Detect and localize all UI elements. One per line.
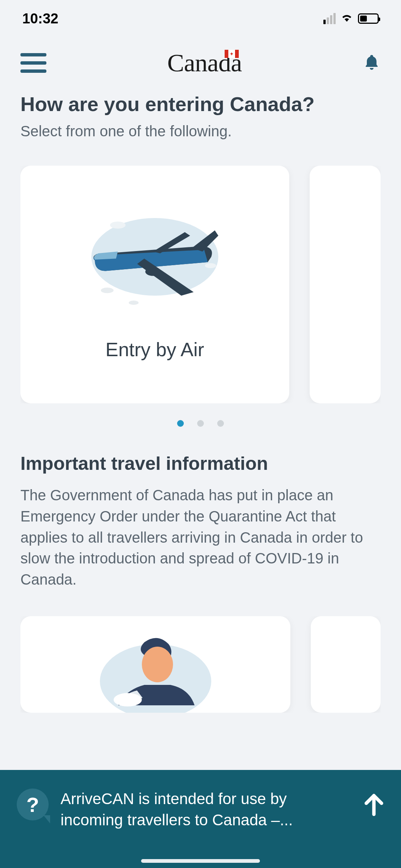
svg-point-4 xyxy=(129,300,139,305)
svg-point-5 xyxy=(145,267,161,276)
bottom-banner: ? ArriveCAN is intended for use by incom… xyxy=(0,770,401,868)
pagination-dot[interactable] xyxy=(197,420,204,427)
main-content: How are you entering Canada? Select from… xyxy=(0,92,401,713)
info-card[interactable] xyxy=(20,616,290,713)
svg-point-8 xyxy=(114,693,142,706)
wifi-icon xyxy=(340,11,353,26)
bottom-banner-text: ArriveCAN is intended for use by incomin… xyxy=(61,789,352,830)
entry-carousel[interactable]: Entry by Air xyxy=(20,166,381,403)
menu-button[interactable] xyxy=(20,53,46,73)
canada-flag-icon: ✦ xyxy=(225,50,239,58)
svg-point-1 xyxy=(110,222,125,229)
question-heading: How are you entering Canada? xyxy=(20,92,381,116)
status-icons xyxy=(323,11,379,26)
person-icon xyxy=(96,631,215,713)
expand-up-button[interactable] xyxy=(363,792,384,817)
svg-point-2 xyxy=(205,263,216,268)
pagination-dot[interactable] xyxy=(217,420,224,427)
svg-point-3 xyxy=(101,287,114,293)
canada-wordmark: Canada ✦ xyxy=(167,48,242,78)
entry-card-next[interactable] xyxy=(310,166,381,403)
carousel-pagination xyxy=(20,420,381,427)
info-heading: Important travel information xyxy=(20,453,381,474)
pagination-dot[interactable] xyxy=(177,420,184,427)
info-body: The Government of Canada has put in plac… xyxy=(20,485,381,590)
svg-point-7 xyxy=(142,647,173,682)
help-button[interactable]: ? xyxy=(17,789,49,820)
notifications-button[interactable] xyxy=(363,52,381,74)
status-bar: 10:32 xyxy=(0,0,401,37)
battery-icon xyxy=(358,13,379,24)
info-carousel[interactable] xyxy=(20,616,381,713)
entry-card-air[interactable]: Entry by Air xyxy=(20,166,289,403)
question-subtitle: Select from one of the following. xyxy=(20,123,381,140)
app-header: Canada ✦ xyxy=(0,37,401,92)
airplane-icon xyxy=(84,208,225,312)
info-card-next[interactable] xyxy=(311,616,381,713)
cellular-signal-icon xyxy=(323,13,336,24)
entry-card-label: Entry by Air xyxy=(105,338,204,361)
status-time: 10:32 xyxy=(22,11,58,27)
home-indicator xyxy=(141,859,260,863)
